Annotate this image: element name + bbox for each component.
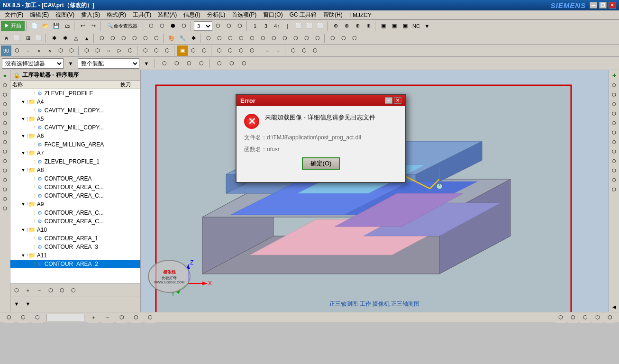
lt-btn10[interactable]: ⬡ xyxy=(1,156,9,165)
t2-btn19[interactable]: ⬡ xyxy=(214,33,225,44)
error-ok-button[interactable]: 确定(O) xyxy=(302,157,340,170)
sb-expand-btn2[interactable]: ▼ xyxy=(23,299,33,309)
btn-v[interactable]: NC xyxy=(411,21,421,31)
t3-btn2[interactable]: ⬡ xyxy=(12,46,22,56)
cmd-finder-btn[interactable]: 🔍 命令查找器 xyxy=(103,21,141,31)
t3-btn21[interactable]: ⬡ xyxy=(236,46,246,56)
tree-expand-icon[interactable]: ▼ xyxy=(20,133,27,139)
t2-btn7[interactable]: △ xyxy=(71,33,81,44)
status-btn1[interactable]: ⬡ xyxy=(4,312,14,323)
status-btn5[interactable]: − xyxy=(102,312,113,323)
btn-l[interactable]: ⬜ xyxy=(293,21,304,31)
rt-btn12[interactable]: ⬡ xyxy=(610,175,619,184)
btn-u[interactable]: ▣ xyxy=(400,21,410,31)
lt-btn14[interactable]: ⬡ xyxy=(1,194,9,203)
btn-j[interactable]: 4↑ xyxy=(272,21,282,31)
btn-s[interactable]: ▣ xyxy=(378,21,389,31)
t2-btn23[interactable]: ⬡ xyxy=(258,33,268,44)
btn-g[interactable]: ⬡ xyxy=(235,21,245,31)
t2-btn17[interactable]: ✱ xyxy=(188,33,199,44)
tree-item[interactable]: ▼!📁A11 xyxy=(10,251,140,260)
save-btn[interactable]: 💾 xyxy=(51,21,62,31)
lt-btn9[interactable]: ⬡ xyxy=(1,147,9,155)
t3-btn8[interactable]: ⬡ xyxy=(82,46,92,56)
status-btn2[interactable]: ⬡ xyxy=(18,312,28,323)
tree-item[interactable]: !⚙CONTOUR_AREA_C... xyxy=(10,217,140,226)
rt-btn1[interactable]: ✚ xyxy=(610,71,619,80)
t3-btn9[interactable]: ⬡ xyxy=(92,46,103,56)
lt-btn13[interactable]: ⬡ xyxy=(1,185,9,193)
sb-btn6[interactable]: ⬡ xyxy=(68,285,79,296)
status-btn4[interactable]: + xyxy=(88,312,99,323)
t3-btn6[interactable]: ⬡ xyxy=(55,46,66,56)
menu-item-v[interactable]: 视图(V) xyxy=(53,10,77,19)
filter-btn6[interactable]: ⬡ xyxy=(227,58,237,69)
menu-item-i[interactable]: 信息(I) xyxy=(181,10,203,19)
btn-p[interactable]: ⊗ xyxy=(341,21,352,31)
btn-n[interactable]: ⬜ xyxy=(315,21,326,31)
status-btn6[interactable]: ⬡ xyxy=(117,312,127,323)
rt-btn8[interactable]: ⬡ xyxy=(610,137,619,146)
btn-k[interactable]: | xyxy=(282,21,293,31)
btn-m[interactable]: ⬜ xyxy=(304,21,315,31)
t3-btn4[interactable]: × xyxy=(34,46,44,56)
tree-expand-icon[interactable]: ▼ xyxy=(20,150,27,156)
status-btn7[interactable]: ⬡ xyxy=(131,312,141,323)
rt-btn5[interactable]: ⬡ xyxy=(610,109,619,118)
redo-btn[interactable]: ↪ xyxy=(88,21,99,31)
sb-btn5[interactable]: ⬡ xyxy=(57,285,67,296)
tree-item[interactable]: !⚙FACE_MILLING_AREA xyxy=(10,140,140,149)
btn-b[interactable]: ⬡ xyxy=(157,21,167,31)
menu-item-l[interactable]: 分析(L) xyxy=(204,10,228,19)
t2-btn29[interactable]: ⬡ xyxy=(328,33,338,44)
undo-btn[interactable]: ↩ xyxy=(77,21,88,31)
filter-select[interactable]: 没有选择过滤器 xyxy=(2,58,64,69)
btn-h[interactable]: 1 xyxy=(250,21,260,31)
filter-btn1[interactable]: ⬡ xyxy=(159,58,170,69)
tree-item[interactable]: !⚙CONTOUR_AREA_3 xyxy=(10,243,140,251)
rt-btn10[interactable]: ⬡ xyxy=(610,156,619,165)
t3-btn27[interactable]: ⬡ xyxy=(310,46,320,56)
t2-btn30[interactable]: ⬡ xyxy=(338,33,349,44)
error-close-btn[interactable]: ✕ xyxy=(394,97,401,104)
rt-btn3[interactable]: ⬡ xyxy=(610,90,619,99)
t3-btn11[interactable]: ▷ xyxy=(114,46,125,56)
t2-btn8[interactable]: ▲ xyxy=(82,33,92,44)
btn-c[interactable]: ⬢ xyxy=(168,21,178,31)
btn-w[interactable]: ▼ xyxy=(422,21,432,31)
btn-i[interactable]: 3 xyxy=(261,21,271,31)
t2-btn4[interactable]: ⬜ xyxy=(34,33,44,44)
sb-btn1[interactable]: ⬡ xyxy=(11,285,22,296)
t3-btn5[interactable]: × xyxy=(45,46,55,56)
rt-btn13[interactable]: ⬡ xyxy=(610,185,619,193)
filter-btn5[interactable]: ⬡ xyxy=(214,58,225,69)
rt-btn6[interactable]: ⬡ xyxy=(610,118,619,127)
tree-item[interactable]: ▼!📁A6 xyxy=(10,132,140,140)
status-btn8[interactable]: ⬡ xyxy=(145,312,155,323)
btn-r[interactable]: ⊕ xyxy=(363,21,373,31)
t3-btn20[interactable]: ⬡ xyxy=(225,46,236,56)
t3-btn23[interactable]: ≡ xyxy=(262,46,273,56)
viewport[interactable]: Z X Y 正三轴测图 工作 摄像机 正三轴测图 相依性 比较好奇 WWW.UG… xyxy=(141,70,609,312)
t2-btn18[interactable]: ⬡ xyxy=(203,33,214,44)
minimize-button[interactable]: — xyxy=(590,2,597,9)
t2-btn6[interactable]: ✱ xyxy=(60,33,70,44)
t2-btn27[interactable]: ⬡ xyxy=(301,33,312,44)
menu-item-tmjzcy[interactable]: TMJZCY xyxy=(346,11,374,19)
rt-btn4[interactable]: ⬡ xyxy=(610,100,619,108)
t2-btn22[interactable]: ⬡ xyxy=(247,33,257,44)
t3-btn22[interactable]: ⬡ xyxy=(247,46,257,56)
t2-btn1[interactable]: 🖱 xyxy=(1,33,11,44)
status-right-btn2[interactable]: ⬡ xyxy=(568,312,578,323)
menu-item-e[interactable]: 编辑(E) xyxy=(27,10,52,19)
btn-e[interactable]: ⬡ xyxy=(213,21,223,31)
t2-btn12[interactable]: ⬡ xyxy=(129,33,140,44)
btn-t[interactable]: ▣ xyxy=(389,21,400,31)
restore-button[interactable]: ❐ xyxy=(599,2,607,9)
menu-item-gc[interactable]: GC 工具箱 xyxy=(287,10,319,19)
t3-btn14[interactable]: ⬡ xyxy=(151,46,162,56)
status-right-btn1[interactable]: ⬡ xyxy=(555,312,566,323)
t2-btn16[interactable]: 🔧 xyxy=(177,33,188,44)
sb-btn4[interactable]: ⬡ xyxy=(46,285,56,296)
t2-btn31[interactable]: ⬡ xyxy=(349,33,360,44)
